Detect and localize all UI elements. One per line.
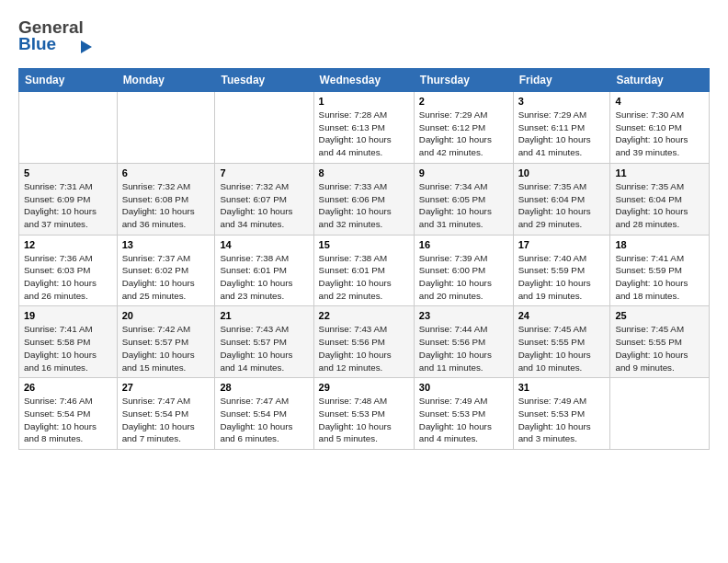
logo-text: General Blue xyxy=(18,15,101,59)
calendar-cell: 2Sunrise: 7:29 AM Sunset: 6:12 PM Daylig… xyxy=(414,92,513,164)
day-info: Sunrise: 7:29 AM Sunset: 6:12 PM Dayligh… xyxy=(419,109,508,159)
day-info: Sunrise: 7:47 AM Sunset: 5:54 PM Dayligh… xyxy=(122,395,210,445)
day-info: Sunrise: 7:42 AM Sunset: 5:57 PM Dayligh… xyxy=(122,323,210,373)
day-number: 18 xyxy=(615,239,704,250)
weekday-header-thursday: Thursday xyxy=(414,69,513,92)
day-info: Sunrise: 7:36 AM Sunset: 6:03 PM Dayligh… xyxy=(24,252,112,303)
calendar-cell: 11Sunrise: 7:35 AM Sunset: 6:04 PM Dayli… xyxy=(610,163,710,235)
calendar-cell: 4Sunrise: 7:30 AM Sunset: 6:10 PM Daylig… xyxy=(610,92,710,164)
day-info: Sunrise: 7:37 AM Sunset: 6:02 PM Dayligh… xyxy=(122,252,210,303)
calendar-week-row: 26Sunrise: 7:46 AM Sunset: 5:54 PM Dayli… xyxy=(19,378,710,450)
calendar-cell: 13Sunrise: 7:37 AM Sunset: 6:02 PM Dayli… xyxy=(117,235,215,306)
calendar-cell: 9Sunrise: 7:34 AM Sunset: 6:05 PM Daylig… xyxy=(414,163,513,235)
day-number: 23 xyxy=(419,310,508,321)
calendar-week-row: 5Sunrise: 7:31 AM Sunset: 6:09 PM Daylig… xyxy=(19,163,710,235)
day-info: Sunrise: 7:29 AM Sunset: 6:11 PM Dayligh… xyxy=(518,109,606,159)
day-number: 30 xyxy=(419,382,508,393)
logo: General Blue xyxy=(18,15,101,59)
day-number: 29 xyxy=(319,382,409,393)
calendar-table: SundayMondayTuesdayWednesdayThursdayFrid… xyxy=(18,68,710,450)
day-info: Sunrise: 7:49 AM Sunset: 5:53 PM Dayligh… xyxy=(518,395,606,445)
calendar-cell: 24Sunrise: 7:45 AM Sunset: 5:55 PM Dayli… xyxy=(513,306,610,378)
day-number: 24 xyxy=(518,310,606,321)
day-number: 9 xyxy=(419,167,508,178)
calendar-cell: 17Sunrise: 7:40 AM Sunset: 5:59 PM Dayli… xyxy=(513,235,610,306)
weekday-header-wednesday: Wednesday xyxy=(313,69,414,92)
calendar-cell: 5Sunrise: 7:31 AM Sunset: 6:09 PM Daylig… xyxy=(19,163,118,235)
day-number: 26 xyxy=(24,382,112,393)
day-number: 1 xyxy=(319,96,409,107)
svg-text:Blue: Blue xyxy=(18,34,56,53)
page: General Blue SundayMondayTuesdayWednesda… xyxy=(0,0,728,461)
day-info: Sunrise: 7:40 AM Sunset: 5:59 PM Dayligh… xyxy=(518,252,606,303)
weekday-header-friday: Friday xyxy=(513,69,610,92)
day-number: 11 xyxy=(615,167,704,178)
calendar-cell xyxy=(215,92,313,164)
day-number: 13 xyxy=(122,239,210,250)
day-info: Sunrise: 7:35 AM Sunset: 6:04 PM Dayligh… xyxy=(615,180,704,231)
day-info: Sunrise: 7:35 AM Sunset: 6:04 PM Dayligh… xyxy=(518,180,606,231)
calendar-week-row: 12Sunrise: 7:36 AM Sunset: 6:03 PM Dayli… xyxy=(19,235,710,306)
day-number: 8 xyxy=(319,167,409,178)
day-number: 3 xyxy=(518,96,606,107)
calendar-cell: 26Sunrise: 7:46 AM Sunset: 5:54 PM Dayli… xyxy=(19,378,118,450)
weekday-header-monday: Monday xyxy=(117,69,215,92)
day-info: Sunrise: 7:34 AM Sunset: 6:05 PM Dayligh… xyxy=(419,180,508,231)
header: General Blue xyxy=(18,15,710,59)
calendar-cell: 30Sunrise: 7:49 AM Sunset: 5:53 PM Dayli… xyxy=(414,378,513,450)
calendar-cell: 23Sunrise: 7:44 AM Sunset: 5:56 PM Dayli… xyxy=(414,306,513,378)
day-info: Sunrise: 7:28 AM Sunset: 6:13 PM Dayligh… xyxy=(319,109,409,159)
calendar-cell: 16Sunrise: 7:39 AM Sunset: 6:00 PM Dayli… xyxy=(414,235,513,306)
calendar-cell: 20Sunrise: 7:42 AM Sunset: 5:57 PM Dayli… xyxy=(117,306,215,378)
day-info: Sunrise: 7:38 AM Sunset: 6:01 PM Dayligh… xyxy=(319,252,409,303)
calendar-cell: 31Sunrise: 7:49 AM Sunset: 5:53 PM Dayli… xyxy=(513,378,610,450)
day-number: 20 xyxy=(122,310,210,321)
day-number: 17 xyxy=(518,239,606,250)
calendar-cell: 27Sunrise: 7:47 AM Sunset: 5:54 PM Dayli… xyxy=(117,378,215,450)
calendar-cell: 21Sunrise: 7:43 AM Sunset: 5:57 PM Dayli… xyxy=(215,306,313,378)
weekday-header-sunday: Sunday xyxy=(19,69,118,92)
day-info: Sunrise: 7:41 AM Sunset: 5:59 PM Dayligh… xyxy=(615,252,704,303)
day-number: 15 xyxy=(319,239,409,250)
day-number: 12 xyxy=(24,239,112,250)
svg-marker-2 xyxy=(81,40,92,53)
day-info: Sunrise: 7:38 AM Sunset: 6:01 PM Dayligh… xyxy=(220,252,308,303)
day-info: Sunrise: 7:43 AM Sunset: 5:56 PM Dayligh… xyxy=(319,323,409,373)
calendar-cell: 25Sunrise: 7:45 AM Sunset: 5:55 PM Dayli… xyxy=(610,306,710,378)
day-info: Sunrise: 7:48 AM Sunset: 5:53 PM Dayligh… xyxy=(319,395,409,445)
day-info: Sunrise: 7:47 AM Sunset: 5:54 PM Dayligh… xyxy=(220,395,308,445)
day-number: 7 xyxy=(220,167,308,178)
weekday-header-tuesday: Tuesday xyxy=(215,69,313,92)
calendar-cell: 14Sunrise: 7:38 AM Sunset: 6:01 PM Dayli… xyxy=(215,235,313,306)
calendar-cell xyxy=(610,378,710,450)
calendar-week-row: 19Sunrise: 7:41 AM Sunset: 5:58 PM Dayli… xyxy=(19,306,710,378)
day-info: Sunrise: 7:46 AM Sunset: 5:54 PM Dayligh… xyxy=(24,395,112,445)
day-number: 5 xyxy=(24,167,112,178)
calendar-cell: 18Sunrise: 7:41 AM Sunset: 5:59 PM Dayli… xyxy=(610,235,710,306)
day-number: 2 xyxy=(419,96,508,107)
day-info: Sunrise: 7:30 AM Sunset: 6:10 PM Dayligh… xyxy=(615,109,704,159)
day-number: 6 xyxy=(122,167,210,178)
day-info: Sunrise: 7:49 AM Sunset: 5:53 PM Dayligh… xyxy=(419,395,508,445)
day-number: 4 xyxy=(615,96,704,107)
calendar-cell: 19Sunrise: 7:41 AM Sunset: 5:58 PM Dayli… xyxy=(19,306,118,378)
day-number: 31 xyxy=(518,382,606,393)
day-number: 10 xyxy=(518,167,606,178)
day-info: Sunrise: 7:33 AM Sunset: 6:06 PM Dayligh… xyxy=(319,180,409,231)
day-number: 28 xyxy=(220,382,308,393)
calendar-cell xyxy=(19,92,118,164)
day-info: Sunrise: 7:44 AM Sunset: 5:56 PM Dayligh… xyxy=(419,323,508,373)
calendar-cell: 12Sunrise: 7:36 AM Sunset: 6:03 PM Dayli… xyxy=(19,235,118,306)
day-info: Sunrise: 7:41 AM Sunset: 5:58 PM Dayligh… xyxy=(24,323,112,373)
day-number: 27 xyxy=(122,382,210,393)
day-info: Sunrise: 7:31 AM Sunset: 6:09 PM Dayligh… xyxy=(24,180,112,231)
calendar-cell: 28Sunrise: 7:47 AM Sunset: 5:54 PM Dayli… xyxy=(215,378,313,450)
day-info: Sunrise: 7:45 AM Sunset: 5:55 PM Dayligh… xyxy=(518,323,606,373)
day-info: Sunrise: 7:39 AM Sunset: 6:00 PM Dayligh… xyxy=(419,252,508,303)
day-number: 14 xyxy=(220,239,308,250)
calendar-week-row: 1Sunrise: 7:28 AM Sunset: 6:13 PM Daylig… xyxy=(19,92,710,164)
calendar-cell: 7Sunrise: 7:32 AM Sunset: 6:07 PM Daylig… xyxy=(215,163,313,235)
day-number: 22 xyxy=(319,310,409,321)
calendar-cell: 8Sunrise: 7:33 AM Sunset: 6:06 PM Daylig… xyxy=(313,163,414,235)
calendar-cell: 22Sunrise: 7:43 AM Sunset: 5:56 PM Dayli… xyxy=(313,306,414,378)
